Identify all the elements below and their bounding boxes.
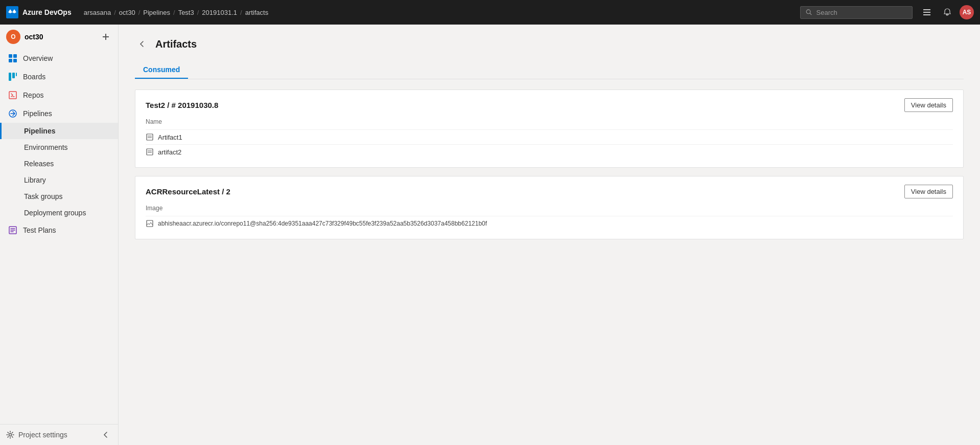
notification-icon-btn[interactable] <box>939 4 955 20</box>
artifact-item-artifact2: artifact2 <box>146 144 953 159</box>
svg-rect-8 <box>13 54 17 58</box>
overview-label: Overview <box>23 54 53 62</box>
logo-icon <box>6 6 18 18</box>
repos-label: Repos <box>23 91 43 99</box>
app-logo[interactable]: Azure DevOps <box>6 6 72 18</box>
environments-label: Environments <box>24 143 68 151</box>
breadcrumb-pipelines[interactable]: Pipelines <box>143 9 170 16</box>
artifact-card-2: ACRResourceLatest / 2 View details Image… <box>135 176 964 239</box>
artifact1-name: Artifact1 <box>158 134 182 141</box>
releases-label: Releases <box>24 160 54 168</box>
svg-rect-16 <box>147 134 153 140</box>
sidebar-item-deployment-groups[interactable]: Deployment groups <box>0 205 118 221</box>
breadcrumb-oct30[interactable]: oct30 <box>119 9 135 16</box>
avatar[interactable]: AS <box>960 5 974 19</box>
search-icon <box>806 9 812 16</box>
svg-rect-11 <box>9 73 11 81</box>
test-plans-icon <box>8 225 18 235</box>
artifact-card-1: Test2 / # 20191030.8 View details Name A… <box>135 90 964 168</box>
sidebar-item-task-groups[interactable]: Task groups <box>0 188 118 205</box>
page-title: Artifacts <box>155 38 197 50</box>
library-label: Library <box>24 176 46 184</box>
search-box[interactable] <box>800 6 913 19</box>
image-icon <box>146 219 154 228</box>
sidebar-item-overview[interactable]: Overview <box>0 49 118 68</box>
card1-label: Name <box>146 118 953 125</box>
pipelines-parent-label: Pipelines <box>23 109 52 118</box>
card1-view-details-button[interactable]: View details <box>904 98 953 112</box>
overview-icon <box>8 53 18 63</box>
sidebar-item-test-plans[interactable]: Test Plans <box>0 221 118 239</box>
artifact-file-icon-2 <box>146 148 154 156</box>
sidebar-item-library[interactable]: Library <box>0 172 118 188</box>
project-settings-label: Project settings <box>18 431 67 439</box>
breadcrumb-artifacts[interactable]: artifacts <box>245 9 269 16</box>
list-icon <box>923 8 931 16</box>
artifact-file-icon-1 <box>146 133 154 141</box>
main-content: Artifacts Consumed Test2 / # 20191030.8 … <box>119 25 980 445</box>
artifact-item-image1: abhisheaacr.azurecr.io/conrepo11@sha256:… <box>146 216 953 231</box>
test-plans-label: Test Plans <box>23 226 56 234</box>
card2-view-details-button[interactable]: View details <box>904 185 953 198</box>
card2-title: ACRResourceLatest / 2 <box>146 187 230 196</box>
pipelines-sub-label: Pipelines <box>24 127 55 135</box>
settings-icon-btn[interactable] <box>919 4 935 20</box>
svg-rect-12 <box>12 73 15 78</box>
svg-rect-10 <box>13 59 17 62</box>
svg-rect-9 <box>9 59 12 62</box>
image1-name: abhisheaacr.azurecr.io/conrepo11@sha256:… <box>158 220 487 227</box>
card2-header: ACRResourceLatest / 2 View details <box>146 185 953 198</box>
app-name: Azure DevOps <box>22 8 72 16</box>
deployment-groups-label: Deployment groups <box>24 209 86 217</box>
topbar: Azure DevOps arsasana / oct30 / Pipeline… <box>0 0 980 25</box>
page-header: Artifacts <box>135 37 964 51</box>
svg-rect-7 <box>9 54 12 58</box>
boards-icon <box>8 72 18 82</box>
artifact-item-artifact1: Artifact1 <box>146 129 953 144</box>
card1-title: Test2 / # 20191030.8 <box>146 101 218 109</box>
collapse-sidebar-button[interactable] <box>100 429 112 441</box>
svg-rect-2 <box>923 9 930 10</box>
sidebar-nav: Overview Boards Repos P <box>0 49 118 424</box>
svg-point-15 <box>9 434 12 436</box>
artifact2-name: artifact2 <box>158 148 181 156</box>
sidebar-header: O oct30 <box>0 25 118 49</box>
back-button[interactable] <box>135 37 149 51</box>
svg-rect-19 <box>147 149 153 155</box>
settings-gear-icon <box>6 431 14 439</box>
add-project-button[interactable] <box>100 31 112 43</box>
breadcrumb-test3[interactable]: Test3 <box>178 9 194 16</box>
org-icon: O <box>6 30 20 44</box>
sidebar-item-releases[interactable]: Releases <box>0 155 118 172</box>
task-groups-label: Task groups <box>24 192 62 201</box>
sidebar-item-boards[interactable]: Boards <box>0 68 118 86</box>
bell-icon <box>943 8 951 16</box>
sidebar-item-pipelines-parent[interactable]: Pipelines <box>0 104 118 123</box>
main-layout: O oct30 Overview Boards <box>0 25 980 445</box>
sidebar-item-environments[interactable]: Environments <box>0 139 118 155</box>
tabs: Consumed <box>135 61 964 79</box>
breadcrumb-build-id[interactable]: 20191031.1 <box>202 9 237 16</box>
search-input[interactable] <box>816 9 907 16</box>
topbar-right: AS <box>800 4 974 20</box>
sidebar-item-repos[interactable]: Repos <box>0 86 118 104</box>
card2-label: Image <box>146 205 953 212</box>
boards-label: Boards <box>23 73 45 81</box>
tab-consumed[interactable]: Consumed <box>135 61 188 79</box>
breadcrumb: arsasana / oct30 / Pipelines / Test3 / 2… <box>84 9 268 16</box>
breadcrumb-arsasana[interactable]: arsasana <box>84 9 111 16</box>
svg-rect-13 <box>16 73 17 76</box>
svg-rect-4 <box>923 14 930 15</box>
project-settings-footer[interactable]: Project settings <box>0 424 118 445</box>
sidebar: O oct30 Overview Boards <box>0 25 119 445</box>
pipelines-parent-icon <box>8 108 18 119</box>
card1-header: Test2 / # 20191030.8 View details <box>146 98 953 112</box>
repos-icon <box>8 90 18 100</box>
svg-line-1 <box>810 13 811 15</box>
sidebar-item-pipelines-sub[interactable]: Pipelines <box>0 123 118 139</box>
topbar-icons: AS <box>919 4 974 20</box>
org-name: oct30 <box>25 33 96 41</box>
svg-point-0 <box>806 10 810 14</box>
svg-rect-3 <box>923 12 930 13</box>
